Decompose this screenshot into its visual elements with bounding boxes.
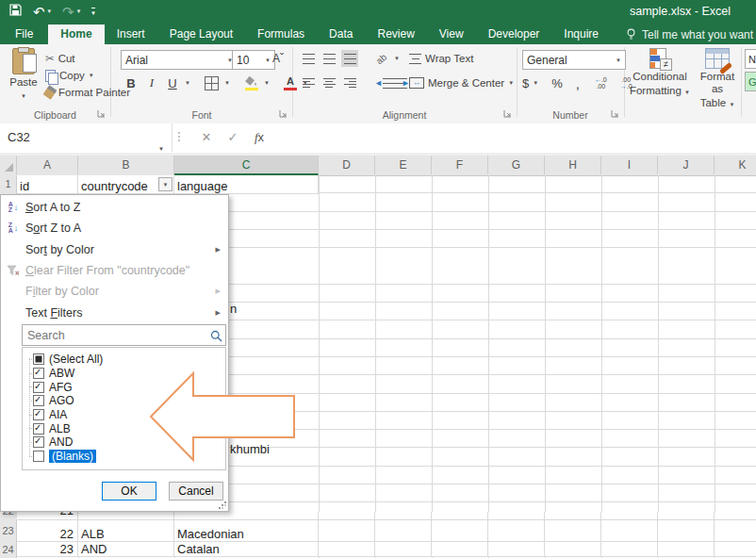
cell-c1[interactable]: language (174, 175, 319, 194)
percent-style-button[interactable]: % (551, 76, 563, 90)
column-header-j[interactable]: J (658, 156, 715, 174)
save-icon[interactable] (9, 3, 22, 20)
tab-developer[interactable]: Developer (476, 25, 552, 44)
align-center-button[interactable] (320, 74, 337, 91)
align-right-button[interactable] (341, 74, 358, 91)
row-header-24[interactable]: 24 (0, 542, 16, 558)
column-header-a[interactable]: A (17, 156, 78, 174)
tab-view[interactable]: View (427, 25, 476, 44)
accounting-dropdown-icon[interactable]: ▼ (533, 80, 538, 86)
column-header-d[interactable]: D (319, 156, 375, 174)
enter-entry-icon[interactable]: ✓ (221, 123, 245, 152)
accounting-format-button[interactable]: $ (522, 76, 529, 90)
italic-button[interactable]: I (143, 74, 160, 91)
checkbox[interactable] (33, 395, 44, 406)
checkbox[interactable] (33, 353, 44, 365)
checkbox[interactable] (33, 368, 44, 379)
copy-button[interactable]: Copy ▼ (45, 67, 94, 84)
cell-b23[interactable]: ALB (78, 520, 174, 542)
checkbox[interactable] (33, 423, 44, 435)
row-header-23[interactable]: 23 (0, 520, 16, 542)
font-name-combo[interactable]: Arial▼ (121, 50, 238, 70)
tab-formulas[interactable]: Formulas (245, 25, 317, 44)
borders-dropdown-icon[interactable]: ▼ (224, 80, 230, 86)
cell-style-normal[interactable]: N (745, 49, 756, 69)
cell-c24[interactable]: Catalan (174, 542, 319, 558)
column-header-i[interactable]: I (601, 156, 658, 174)
orientation-dropdown-icon[interactable]: ▼ (394, 56, 400, 61)
cancel-entry-icon[interactable]: ✕ (194, 123, 219, 152)
column-header-c[interactable]: C (174, 156, 319, 175)
checkbox[interactable] (33, 382, 44, 393)
filter-dropdown-button[interactable]: ▼ (158, 177, 173, 191)
column-header-h[interactable]: H (545, 156, 601, 174)
fill-color-button[interactable] (243, 74, 260, 91)
tab-review[interactable]: Review (365, 25, 426, 44)
fill-color-dropdown-icon[interactable]: ▼ (264, 80, 270, 86)
paste-button[interactable]: Paste ▼ (6, 48, 41, 103)
cut-button[interactable]: ✂ Cut (45, 50, 75, 67)
align-left-button[interactable] (300, 74, 317, 91)
top-align-button[interactable] (300, 50, 317, 67)
font-color-button[interactable]: A (282, 74, 299, 91)
resize-grip[interactable] (219, 501, 226, 509)
tell-me-box[interactable]: Tell me what you want to do... (626, 25, 756, 44)
formula-input[interactable] (283, 123, 756, 152)
borders-button[interactable] (204, 74, 221, 91)
wrap-text-button[interactable]: Wrap Text (409, 50, 473, 67)
underline-button[interactable]: U (164, 74, 181, 91)
decrease-indent-icon[interactable]: ◄ (373, 74, 390, 91)
merge-center-button[interactable]: ↔ Merge & Center ▼ (409, 74, 514, 91)
increase-font-icon[interactable]: Aˇ (270, 50, 287, 67)
column-header-b[interactable]: B (78, 156, 174, 174)
tab-inquire[interactable]: Inquire (551, 25, 611, 44)
underline-dropdown-icon[interactable]: ▼ (185, 80, 190, 86)
tab-insert[interactable]: Insert (105, 25, 157, 44)
bold-button[interactable]: B (123, 74, 140, 91)
checkbox[interactable] (33, 436, 44, 448)
menu-item-text-filters[interactable]: Text Filters ▶ (1, 303, 228, 323)
tab-data[interactable]: Data (317, 25, 365, 44)
font-dialog-launcher-icon[interactable] (279, 108, 288, 120)
row-header-1[interactable]: 1 (0, 175, 16, 193)
menu-item-sort-z-to-a[interactable]: ZA↓ Sort Z to A (1, 218, 228, 238)
menu-item-sort-by-color[interactable]: Sort by Color ▶ (1, 239, 228, 260)
cancel-button[interactable]: Cancel (169, 482, 223, 501)
tab-page-layout[interactable]: Page Layout (157, 25, 245, 44)
cell-c23[interactable]: Macedonian (174, 520, 319, 542)
increase-decimal-button[interactable]: ←.0.00 (595, 76, 607, 90)
undo-icon[interactable]: ↶ (33, 5, 45, 19)
search-icon[interactable] (210, 329, 222, 346)
customize-quick-access-icon[interactable]: ▾ (91, 8, 95, 16)
column-header-e[interactable]: E (375, 156, 432, 174)
name-box[interactable]: C32 ▼ (0, 123, 173, 152)
undo-dropdown-icon[interactable]: ▾ (48, 8, 52, 15)
tab-file[interactable]: File (0, 25, 48, 44)
number-format-combo[interactable]: General▼ (522, 50, 626, 70)
filter-search-input[interactable] (22, 324, 226, 346)
checkbox[interactable] (33, 409, 44, 420)
cell-b24[interactable]: AND (78, 542, 174, 558)
format-as-table-button[interactable]: Format as Table ▼ (694, 48, 741, 111)
row-header-22-clipped[interactable]: 22 (0, 512, 17, 520)
conditional-formatting-button[interactable]: ≠ Conditional Formatting ▼ (628, 48, 692, 99)
middle-align-button[interactable] (320, 50, 337, 67)
orientation-button[interactable]: ab (373, 50, 390, 67)
bottom-align-button[interactable] (341, 50, 358, 67)
cell-a1[interactable]: id (17, 175, 78, 194)
menu-item-sort-a-to-z[interactable]: AZ↓ Sort A to Z (1, 197, 228, 218)
number-dialog-launcher-icon[interactable] (611, 108, 619, 120)
clipboard-dialog-launcher-icon[interactable] (97, 108, 106, 120)
format-painter-button[interactable]: Format Painter (45, 84, 130, 101)
column-header-k[interactable]: K (715, 156, 756, 174)
tab-home[interactable]: Home (48, 25, 104, 44)
cell-a23[interactable]: 22 (17, 520, 78, 542)
ok-button[interactable]: OK (102, 482, 156, 501)
checkbox[interactable] (33, 451, 44, 462)
column-header-f[interactable]: F (432, 156, 488, 174)
select-all-corner[interactable] (0, 156, 17, 174)
cell-style-good[interactable]: G (745, 72, 756, 91)
comma-style-button[interactable]: , (576, 75, 580, 91)
column-header-g[interactable]: G (488, 156, 545, 174)
insert-function-button[interactable]: fx (247, 123, 271, 152)
